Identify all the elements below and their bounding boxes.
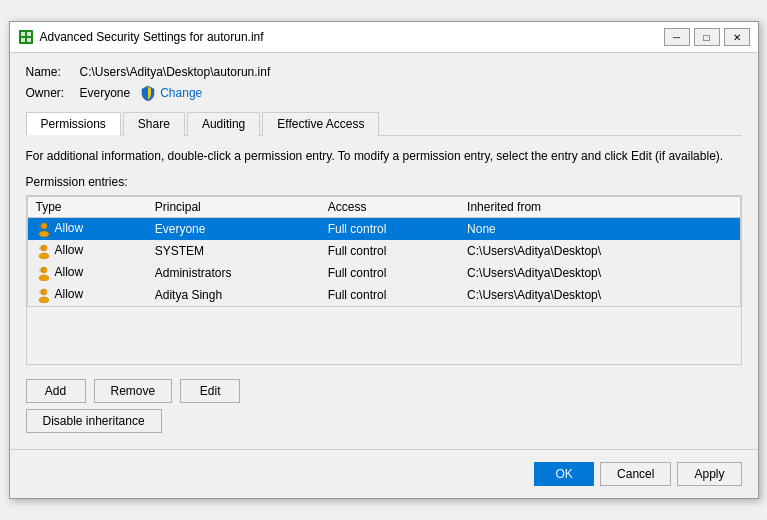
user-icon	[36, 265, 52, 281]
cell-type: Allow	[27, 284, 147, 307]
svg-point-6	[39, 231, 49, 237]
main-window: Advanced Security Settings for autorun.i…	[9, 21, 759, 499]
edit-button[interactable]: Edit	[180, 379, 240, 403]
owner-row: Owner: Everyone Change	[26, 85, 742, 101]
tab-share[interactable]: Share	[123, 112, 185, 136]
tab-effective-access[interactable]: Effective Access	[262, 112, 379, 136]
title-bar: Advanced Security Settings for autorun.i…	[10, 22, 758, 53]
minimize-button[interactable]: ─	[664, 28, 690, 46]
svg-rect-1	[21, 32, 25, 36]
cell-access: Full control	[320, 217, 459, 240]
svg-point-9	[39, 253, 49, 259]
user-icon	[36, 221, 52, 237]
maximize-button[interactable]: □	[694, 28, 720, 46]
cancel-button[interactable]: Cancel	[600, 462, 671, 486]
window-title: Advanced Security Settings for autorun.i…	[40, 30, 664, 44]
col-inherited: Inherited from	[459, 196, 740, 217]
svg-point-13	[39, 267, 44, 272]
table-row[interactable]: AllowSYSTEMFull controlC:\Users\Aditya\D…	[27, 240, 740, 262]
svg-point-12	[39, 275, 49, 281]
table-header-row: Type Principal Access Inherited from	[27, 196, 740, 217]
tabs-container: Permissions Share Auditing Effective Acc…	[26, 111, 742, 136]
col-type: Type	[27, 196, 147, 217]
user-icon	[36, 287, 52, 303]
disable-inheritance-button[interactable]: Disable inheritance	[26, 409, 162, 433]
add-button[interactable]: Add	[26, 379, 86, 403]
inheritance-row: Disable inheritance	[26, 409, 742, 433]
permission-table-container[interactable]: Type Principal Access Inherited from All…	[26, 195, 742, 365]
action-buttons-row: Add Remove Edit	[26, 379, 742, 403]
name-label: Name:	[26, 65, 76, 79]
permission-table: Type Principal Access Inherited from All…	[27, 196, 741, 307]
svg-rect-4	[27, 38, 31, 42]
cell-inherited-from: C:\Users\Aditya\Desktop\	[459, 284, 740, 307]
cell-inherited-from: C:\Users\Aditya\Desktop\	[459, 262, 740, 284]
footer-divider	[10, 449, 758, 450]
ok-button[interactable]: OK	[534, 462, 594, 486]
remove-button[interactable]: Remove	[94, 379, 173, 403]
cell-access: Full control	[320, 262, 459, 284]
content-area: Name: C:\Users\Aditya\Desktop\autorun.in…	[10, 53, 758, 445]
cell-access: Full control	[320, 240, 459, 262]
table-row[interactable]: AllowAdministratorsFull controlC:\Users\…	[27, 262, 740, 284]
cell-type: Allow	[27, 240, 147, 262]
cell-access: Full control	[320, 284, 459, 307]
cell-type: Allow	[27, 217, 147, 240]
cell-principal: Aditya Singh	[147, 284, 320, 307]
name-value: C:\Users\Aditya\Desktop\autorun.inf	[80, 65, 271, 79]
table-row[interactable]: AllowEveryoneFull controlNone	[27, 217, 740, 240]
footer-buttons: OK Cancel Apply	[10, 454, 758, 498]
table-row[interactable]: AllowAditya SinghFull controlC:\Users\Ad…	[27, 284, 740, 307]
tab-permissions[interactable]: Permissions	[26, 112, 121, 136]
owner-value: Everyone	[80, 86, 131, 100]
apply-button[interactable]: Apply	[677, 462, 741, 486]
owner-label: Owner:	[26, 86, 76, 100]
description-text: For additional information, double-click…	[26, 148, 742, 165]
cell-inherited-from: C:\Users\Aditya\Desktop\	[459, 240, 740, 262]
col-access: Access	[320, 196, 459, 217]
cell-inherited-from: None	[459, 217, 740, 240]
cell-type: Allow	[27, 262, 147, 284]
cell-principal: Administrators	[147, 262, 320, 284]
shield-icon	[140, 85, 156, 101]
cell-principal: Everyone	[147, 217, 320, 240]
svg-point-7	[39, 223, 44, 228]
section-label: Permission entries:	[26, 175, 742, 189]
window-controls: ─ □ ✕	[664, 28, 750, 46]
col-principal: Principal	[147, 196, 320, 217]
svg-rect-2	[27, 32, 31, 36]
change-owner-link[interactable]: Change	[160, 86, 202, 100]
svg-point-16	[39, 289, 44, 294]
tab-auditing[interactable]: Auditing	[187, 112, 260, 136]
cell-principal: SYSTEM	[147, 240, 320, 262]
svg-point-10	[39, 245, 44, 250]
user-icon	[36, 243, 52, 259]
close-button[interactable]: ✕	[724, 28, 750, 46]
name-row: Name: C:\Users\Aditya\Desktop\autorun.in…	[26, 65, 742, 79]
svg-rect-3	[21, 38, 25, 42]
svg-point-15	[39, 297, 49, 303]
window-icon	[18, 29, 34, 45]
